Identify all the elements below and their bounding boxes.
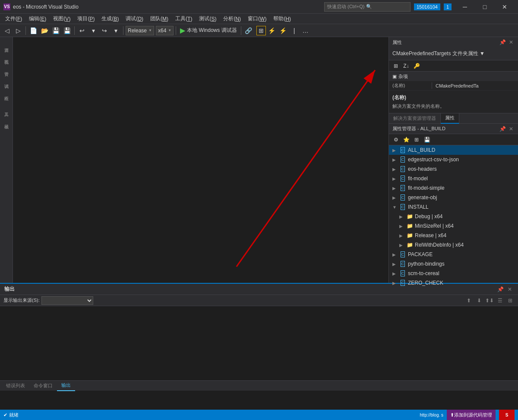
pm-tool-3[interactable]: ⊞: [412, 135, 421, 144]
expand-icon-edgestruct: ▶: [392, 157, 399, 162]
tree-item-scm-to-cereal[interactable]: ▶ C scm-to-cereal: [389, 269, 518, 278]
sidebar-icon-1[interactable]: 资源: [1, 39, 12, 50]
prop-key-button[interactable]: 🔑: [412, 62, 421, 70]
toolbar-attach-button[interactable]: 🔗: [243, 25, 254, 36]
config-dropdown[interactable]: Release ▼: [126, 26, 154, 35]
redo-dropdown[interactable]: ▾: [111, 25, 121, 36]
notification-count[interactable]: 1: [444, 3, 452, 10]
menu-help[interactable]: 帮助(H): [270, 14, 294, 24]
tree-item-minsizerel[interactable]: ▶ 📁 MinSizeRel | x64: [389, 221, 518, 231]
expand-icon-debug-x64: ▶: [399, 214, 406, 219]
expand-icon-minsizerel: ▶: [399, 224, 406, 229]
output-btn-3[interactable]: ⬆⬇: [485, 296, 494, 305]
pm-tool-2[interactable]: ⭐: [402, 135, 411, 144]
tab-output[interactable]: 输出: [57, 381, 75, 391]
icon-generate-obj: C: [399, 194, 406, 201]
output-btn-5[interactable]: ⊞: [506, 296, 515, 305]
highlighted-toolbar-button[interactable]: ⊞: [256, 26, 266, 35]
restore-button[interactable]: □: [475, 0, 495, 14]
nav-forward-button[interactable]: ▷: [13, 25, 23, 36]
platform-dropdown[interactable]: x64 ▼: [156, 26, 174, 35]
quick-launch-box[interactable]: 快速启动 (Ctrl+Q) 🔍: [324, 2, 411, 12]
debug-play-button[interactable]: ▶ 本地 Windows 调试器: [178, 25, 238, 36]
tree-item-zero-check[interactable]: ▶ C ZERO_CHECK: [389, 278, 518, 288]
tree-item-relwithdebinfo[interactable]: ▶ 📁 RelWithDebInfo | x64: [389, 240, 518, 250]
menu-team[interactable]: 团队(M): [147, 14, 172, 24]
save-button[interactable]: 💾: [51, 25, 61, 36]
menu-tools[interactable]: 工具(T): [172, 14, 196, 24]
sidebar-icon-6[interactable]: 工具: [1, 103, 12, 115]
tree-item-python-bindings[interactable]: ▶ C python-bindings: [389, 259, 518, 269]
pm-tool-1[interactable]: ⚙: [392, 135, 400, 144]
icon-relwithdebinfo: 📁: [406, 241, 413, 248]
save-all-button[interactable]: 💾: [62, 25, 72, 36]
output-btn-2[interactable]: ⬇: [475, 296, 483, 305]
new-button[interactable]: 📄: [28, 25, 38, 36]
output-panel: 输出 📌 ✕ 显示输出来源(S): ⬆ ⬇ ⬆⬇ ☰ ⊞ 错误列表 命令窗口 输…: [0, 283, 518, 391]
sidebar-icon-2[interactable]: 视图: [1, 51, 12, 62]
notification-badge[interactable]: 15016104: [414, 3, 440, 10]
menu-view[interactable]: 视图(V): [50, 14, 74, 24]
tree-item-eos-headers[interactable]: ▶ C eos-headers: [389, 164, 518, 174]
tree-item-debug-x64[interactable]: ▶ 📁 Debug | x64: [389, 212, 518, 221]
tab-error-list[interactable]: 错误列表: [2, 381, 29, 391]
label-generate-obj: generate-obj: [408, 194, 437, 201]
sidebar-icon-3[interactable]: 资管: [1, 63, 12, 74]
menu-test[interactable]: 测试(S): [196, 14, 220, 24]
menu-debug[interactable]: 调试(D): [122, 14, 147, 24]
output-btn-4[interactable]: ☰: [496, 296, 504, 305]
menu-window[interactable]: 窗口(W): [244, 14, 270, 24]
toolbar-extra-4[interactable]: …: [300, 25, 311, 36]
tab-properties[interactable]: 属性: [441, 113, 459, 124]
tab-solution-explorer[interactable]: 解决方案资源管理器: [389, 113, 441, 124]
menu-project[interactable]: 项目(P): [74, 14, 98, 24]
tree-item-fit-model[interactable]: ▶ C fit-model: [389, 174, 518, 183]
menu-file[interactable]: 文件(F): [2, 14, 25, 24]
redo-button[interactable]: ↪: [99, 25, 110, 36]
toolbar-extra-1[interactable]: ⚡: [267, 25, 277, 36]
tree-item-all-build[interactable]: ▶ C ALL_BUILD: [389, 145, 518, 155]
tree-item-edgestruct[interactable]: ▶ C edgestruct-csv-to-json: [389, 155, 518, 164]
pm-tool-4[interactable]: 💾: [423, 135, 431, 144]
open-button[interactable]: 📂: [39, 25, 50, 36]
status-left: ✔ 就绪: [3, 412, 19, 418]
properties-pin-button[interactable]: 📌: [499, 39, 506, 46]
property-manager-tree: ▶ C ALL_BUILD ▶ C edgestruct-csv-to-json: [389, 145, 518, 288]
properties-close-button[interactable]: ✕: [508, 39, 515, 46]
tree-item-release-x64[interactable]: ▶ 📁 Release | x64: [389, 231, 518, 240]
label-scm-to-cereal: scm-to-cereal: [408, 270, 439, 276]
title-bar: VS eos - Microsoft Visual Studio 快速启动 (C…: [0, 0, 518, 14]
add-to-source-button[interactable]: ⬆ 添加到源代码管理: [447, 410, 496, 420]
output-source-select[interactable]: [41, 296, 93, 305]
label-debug-x64: Debug | x64: [415, 213, 443, 219]
menu-build[interactable]: 生成(B): [98, 14, 122, 24]
tree-item-package[interactable]: ▶ C PACKAGE: [389, 250, 518, 259]
close-button[interactable]: ✕: [495, 0, 515, 14]
debug-target-label: 本地 Windows 调试器: [187, 27, 237, 34]
tree-item-generate-obj[interactable]: ▶ C generate-obj: [389, 193, 518, 202]
sidebar-icon-7[interactable]: 器械: [1, 116, 12, 127]
minimize-button[interactable]: ─: [455, 0, 475, 14]
nav-back-button[interactable]: ◁: [2, 25, 12, 36]
status-bar: ✔ 就绪 http://blog. s ⬆ 添加到源代码管理 S: [0, 410, 518, 420]
properties-section-header[interactable]: ▣ 杂项: [389, 72, 518, 81]
undo-button[interactable]: ↩: [77, 25, 87, 36]
prop-manager-close[interactable]: ✕: [508, 125, 515, 132]
prop-sort-button[interactable]: ⊞: [392, 62, 400, 70]
toolbar-extra-3[interactable]: |: [289, 25, 300, 36]
prop-sort-alpha-button[interactable]: Z↓: [402, 62, 411, 70]
tree-item-install[interactable]: ▼ C INSTALL: [389, 202, 518, 212]
sidebar-icon-5[interactable]: 断点: [1, 87, 12, 98]
undo-dropdown[interactable]: ▾: [88, 25, 98, 36]
toolbar-extra-2[interactable]: ⚡: [278, 25, 288, 36]
tree-item-fit-model-simple[interactable]: ▶ C fit-model-simple: [389, 183, 518, 193]
menu-edit[interactable]: 编辑(E): [25, 14, 50, 24]
prop-manager-pin[interactable]: 📌: [499, 125, 506, 132]
output-btn-1[interactable]: ⬆: [464, 296, 473, 305]
sidebar-icon-4[interactable]: 调试: [1, 75, 12, 86]
platform-dropdown-arrow: ▼: [168, 28, 171, 32]
tab-command-window[interactable]: 命令窗口: [29, 381, 57, 391]
menu-analyze[interactable]: 分析(N): [220, 14, 244, 24]
status-ready: ✔ 就绪: [3, 412, 19, 418]
prop-val-name: CMakePredefinedTa: [432, 83, 518, 88]
